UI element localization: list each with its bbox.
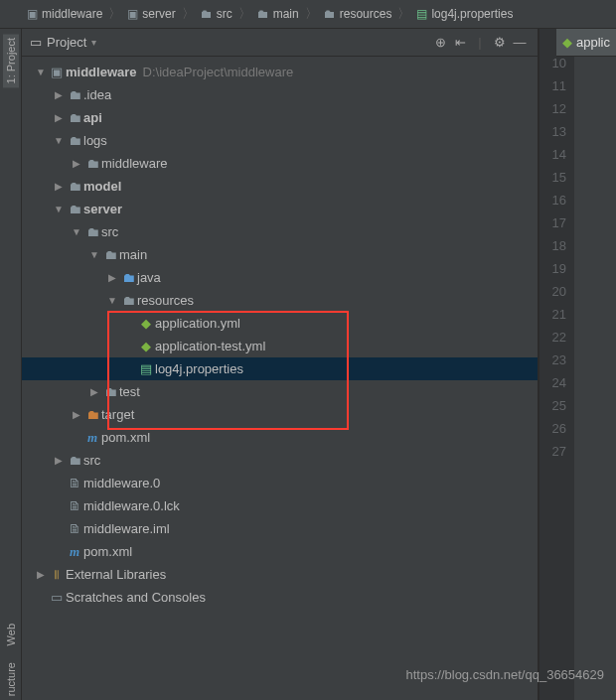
tree-row[interactable]: mpom.xml [22, 426, 538, 449]
tree-label: src [101, 224, 118, 239]
tree-row[interactable]: ◆application.yml [22, 312, 538, 335]
tree-row[interactable]: ▶🖿java [22, 266, 538, 289]
expand-arrow[interactable]: ▶ [52, 89, 66, 100]
tree-label: main [119, 247, 147, 262]
editor-tab-label: applic [576, 35, 610, 50]
tree-label: middleware.0 [83, 476, 160, 490]
tree-label: resources [137, 293, 194, 308]
expand-arrow[interactable]: ▶ [34, 569, 48, 580]
tool-tab-structure[interactable]: ructure [3, 658, 19, 700]
tree-label: api [83, 110, 102, 125]
breadcrumb: ▣middleware〉▣server〉🖿src〉🖿main〉🖿resource… [0, 0, 616, 29]
folder-icon: 🖿 [66, 202, 83, 216]
expand-arrow[interactable]: ▼ [34, 67, 48, 77]
module-icon: ▣ [27, 7, 38, 21]
expand-arrow[interactable]: ▶ [87, 386, 101, 397]
tree-label: pom.xml [83, 544, 132, 559]
tree-row[interactable]: ▤log4j.properties [22, 357, 538, 380]
folder-icon: 🖿 [66, 133, 83, 148]
tree-label: server [83, 202, 122, 216]
line-number: 17 [539, 215, 574, 238]
tree-row[interactable]: ▭Scratches and Consoles [22, 586, 538, 609]
folder-orange-icon: 🖿 [83, 407, 101, 422]
yml-icon: ◆ [137, 339, 155, 353]
tree-row[interactable]: ▶🖿target [22, 403, 538, 426]
tree-row[interactable]: ▶🖿middleware [22, 152, 538, 175]
tree-row[interactable]: 🗎middleware.iml [22, 517, 538, 540]
tree-row[interactable]: ▼🖿src [22, 220, 538, 243]
tree-row[interactable]: mpom.xml [22, 540, 538, 563]
tree-path: D:\ideaProject\middleware [143, 65, 294, 79]
breadcrumb-item[interactable]: 🖿resources [322, 7, 394, 21]
tree-row[interactable]: ▼▣middlewareD:\ideaProject\middleware [22, 61, 538, 83]
breadcrumb-item[interactable]: ▣middleware [25, 7, 104, 21]
m-icon: m [83, 430, 101, 446]
locate-icon[interactable]: ⊕ [430, 33, 450, 53]
expand-arrow[interactable]: ▼ [52, 204, 66, 214]
editor-gutter: 101112131415161718192021222324252627 [539, 29, 574, 700]
editor-tab[interactable]: ◆ applic [556, 29, 616, 57]
project-icon: ▭ [30, 35, 42, 50]
tree-row[interactable]: ▼🖿main [22, 243, 538, 266]
folder-icon: 🖿 [66, 453, 83, 468]
tree-row[interactable]: ▼🖿resources [22, 289, 538, 312]
tree-row[interactable]: ▶🖿.idea [22, 83, 538, 106]
breadcrumb-item[interactable]: 🖿src [199, 7, 234, 21]
tree-row[interactable]: ◆application-test.yml [22, 335, 538, 357]
hide-icon[interactable]: — [510, 33, 530, 53]
expand-arrow[interactable]: ▶ [52, 181, 66, 192]
expand-arrow[interactable]: ▶ [105, 272, 119, 283]
breadcrumb-sep: 〉 [238, 5, 251, 23]
tree-label: logs [83, 133, 107, 148]
line-number: 20 [539, 284, 574, 307]
expand-arrow[interactable]: ▶ [70, 158, 83, 169]
line-number: 27 [539, 444, 574, 467]
tree-row[interactable]: ▶🖿src [22, 449, 538, 472]
tree-label: External Libraries [66, 567, 166, 582]
folder-icon: 🖿 [201, 7, 213, 21]
tree-row[interactable]: ▶🖿test [22, 380, 538, 403]
project-tree[interactable]: ▼▣middlewareD:\ideaProject\middleware▶🖿.… [22, 57, 538, 700]
tree-row[interactable]: 🗎middleware.0 [22, 472, 538, 494]
tree-label: application.yml [155, 316, 240, 331]
line-number: 18 [539, 238, 574, 261]
m-icon: m [66, 544, 83, 560]
yml-icon: ◆ [137, 316, 155, 331]
tree-row[interactable]: ▶🖿model [22, 175, 538, 198]
tree-label: middleware [66, 65, 137, 79]
line-number: 22 [539, 330, 574, 352]
tree-label: model [83, 179, 121, 194]
expand-arrow[interactable]: ▼ [87, 249, 101, 260]
breadcrumb-item[interactable]: 🖿main [255, 7, 301, 21]
tree-label: test [119, 384, 140, 399]
tree-label: src [83, 453, 100, 468]
folder-icon: 🖿 [66, 179, 83, 194]
project-panel: ▭ Project ▾ ⊕ ⇤ | ⚙ — ▼▣middlewareD:\ide… [22, 29, 539, 700]
panel-title: Project [47, 35, 86, 50]
breadcrumb-item[interactable]: ▤log4j.properties [414, 7, 515, 21]
tool-tab-web[interactable]: Web [3, 620, 19, 649]
tree-row[interactable]: ▶⫴External Libraries [22, 563, 538, 586]
tree-row[interactable]: ▼🖿server [22, 198, 538, 220]
expand-arrow[interactable]: ▼ [70, 226, 83, 237]
expand-arrow[interactable]: ▼ [105, 295, 119, 306]
dropdown-icon[interactable]: ▾ [91, 37, 96, 48]
file-icon: 🗎 [66, 521, 83, 536]
tree-row[interactable]: ▼🖿logs [22, 129, 538, 152]
line-number: 24 [539, 375, 574, 398]
tool-tab-project[interactable]: 1: Project [3, 34, 19, 87]
line-number: 26 [539, 421, 574, 444]
expand-arrow[interactable]: ▼ [52, 135, 66, 146]
tree-row[interactable]: ▶🖿api [22, 106, 538, 129]
expand-arrow[interactable]: ▶ [52, 112, 66, 123]
separator: | [470, 33, 490, 53]
module-icon: ▣ [48, 65, 66, 79]
module-icon: ▣ [127, 7, 138, 21]
breadcrumb-item[interactable]: ▣server [125, 7, 177, 21]
expand-arrow[interactable]: ▶ [70, 409, 83, 420]
line-number: 13 [539, 124, 574, 147]
expand-arrow[interactable]: ▶ [52, 455, 66, 466]
gear-icon[interactable]: ⚙ [490, 33, 510, 53]
tree-row[interactable]: 🗎middleware.0.lck [22, 494, 538, 517]
collapse-icon[interactable]: ⇤ [450, 33, 470, 53]
